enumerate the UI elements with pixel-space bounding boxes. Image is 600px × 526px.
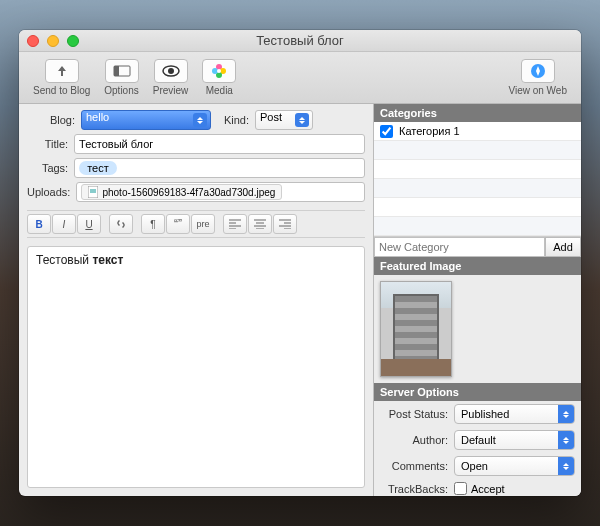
toolbar-label: View on Web <box>508 85 567 96</box>
underline-button[interactable]: U <box>77 214 101 234</box>
featured-image-area[interactable] <box>374 275 581 383</box>
eye-icon <box>162 65 180 77</box>
bold-button[interactable]: B <box>27 214 51 234</box>
preview-button[interactable]: Preview <box>147 57 195 98</box>
add-category-row: Add <box>374 237 581 257</box>
align-left-button[interactable] <box>223 214 247 234</box>
align-left-icon <box>229 219 241 229</box>
toolbar-label: Preview <box>153 85 189 96</box>
window-controls <box>27 35 79 47</box>
title-label: Title: <box>27 138 68 150</box>
tags-label: Tags: <box>27 162 68 174</box>
chevron-updown-icon <box>558 457 574 475</box>
format-toolbar: B I U ¶ “” pre <box>27 210 365 238</box>
svg-rect-1 <box>114 66 119 76</box>
content-area: Blog: hello Kind: Post Title: Tags: тест <box>19 104 581 496</box>
file-icon <box>88 186 98 198</box>
close-icon[interactable] <box>27 35 39 47</box>
upload-filename: photo-1560969183-4f7a30ad730d.jpeg <box>102 187 275 198</box>
kind-select-value: Post <box>260 111 282 123</box>
category-row[interactable]: Категория 1 <box>374 122 581 141</box>
category-row <box>374 179 581 198</box>
chevron-updown-icon <box>558 431 574 449</box>
chevron-updown-icon <box>193 113 207 127</box>
new-category-input[interactable] <box>374 237 545 257</box>
author-value: Default <box>461 434 496 446</box>
toolbar-label: Options <box>104 85 138 96</box>
align-center-icon <box>254 219 266 229</box>
trackbacks-accept-label: Accept <box>471 483 505 495</box>
zoom-icon[interactable] <box>67 35 79 47</box>
quote-button[interactable]: “” <box>166 214 190 234</box>
category-row <box>374 217 581 236</box>
editor-area[interactable]: Тестовый текст <box>27 246 365 488</box>
svg-point-8 <box>217 69 221 73</box>
panel-icon <box>113 65 131 77</box>
comments-value: Open <box>461 460 488 472</box>
blog-select[interactable]: hello <box>81 110 211 130</box>
align-right-button[interactable] <box>273 214 297 234</box>
svg-rect-11 <box>90 189 96 193</box>
category-label: Категория 1 <box>399 125 460 137</box>
pre-button[interactable]: pre <box>191 214 215 234</box>
kind-select[interactable]: Post <box>255 110 313 130</box>
blog-label: Blog: <box>27 114 75 126</box>
tags-input[interactable]: тест <box>74 158 365 178</box>
upload-item[interactable]: photo-1560969183-4f7a30ad730d.jpeg <box>81 184 282 200</box>
post-status-label: Post Status: <box>380 408 448 420</box>
right-pane: Categories Категория 1 Add Featured Imag… <box>374 104 581 496</box>
titlebar: Тестовый блог <box>19 30 581 52</box>
blog-select-value: hello <box>86 111 109 123</box>
link-button[interactable] <box>109 214 133 234</box>
align-center-button[interactable] <box>248 214 272 234</box>
category-row <box>374 198 581 217</box>
app-window: Тестовый блог Send to Blog Options Previ… <box>19 30 581 496</box>
post-status-value: Published <box>461 408 509 420</box>
server-options-header: Server Options <box>374 383 581 401</box>
toolbar: Send to Blog Options Preview Media View … <box>19 52 581 104</box>
options-button[interactable]: Options <box>98 57 144 98</box>
category-row <box>374 141 581 160</box>
minimize-icon[interactable] <box>47 35 59 47</box>
editor-text-bold: текст <box>92 253 123 267</box>
featured-image-thumbnail[interactable] <box>380 281 452 377</box>
tag-chip[interactable]: тест <box>79 161 117 175</box>
media-button[interactable]: Media <box>196 57 242 98</box>
align-right-icon <box>279 219 291 229</box>
italic-button[interactable]: I <box>52 214 76 234</box>
uploads-label: Uploads: <box>27 186 70 198</box>
author-label: Author: <box>380 434 448 446</box>
comments-label: Comments: <box>380 460 448 472</box>
comments-select[interactable]: Open <box>454 456 575 476</box>
left-pane: Blog: hello Kind: Post Title: Tags: тест <box>19 104 374 496</box>
trackbacks-label: TrackBacks: <box>380 483 448 495</box>
kind-label: Kind: <box>217 114 249 126</box>
view-on-web-button[interactable]: View on Web <box>502 57 573 98</box>
editor-text: Тестовый <box>36 253 92 267</box>
title-input[interactable] <box>74 134 365 154</box>
category-checkbox[interactable] <box>380 125 393 138</box>
author-select[interactable]: Default <box>454 430 575 450</box>
flower-icon <box>211 63 227 79</box>
featured-image-header: Featured Image <box>374 257 581 275</box>
toolbar-label: Media <box>206 85 233 96</box>
svg-point-3 <box>168 68 174 74</box>
upload-icon <box>55 64 69 78</box>
blockquote-button[interactable]: ¶ <box>141 214 165 234</box>
send-to-blog-button[interactable]: Send to Blog <box>27 57 96 98</box>
chevron-updown-icon <box>558 405 574 423</box>
toolbar-label: Send to Blog <box>33 85 90 96</box>
uploads-field[interactable]: photo-1560969183-4f7a30ad730d.jpeg <box>76 182 365 202</box>
link-icon <box>115 218 127 230</box>
trackbacks-checkbox[interactable] <box>454 482 467 495</box>
categories-list: Категория 1 <box>374 122 581 237</box>
add-category-button[interactable]: Add <box>545 237 581 257</box>
chevron-updown-icon <box>295 113 309 127</box>
compass-icon <box>530 63 546 79</box>
window-title: Тестовый блог <box>19 33 581 48</box>
post-status-select[interactable]: Published <box>454 404 575 424</box>
category-row <box>374 160 581 179</box>
categories-header: Categories <box>374 104 581 122</box>
